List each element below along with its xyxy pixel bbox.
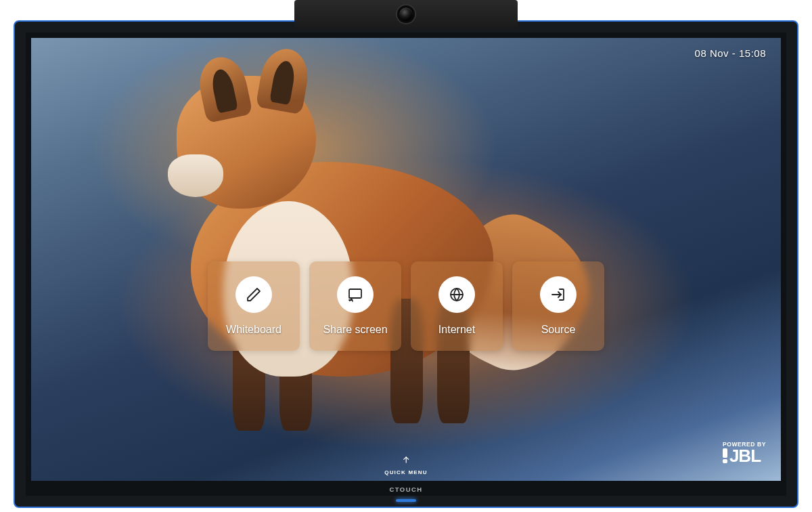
internet-tile[interactable]: Internet	[411, 261, 503, 351]
power-led-icon	[396, 499, 416, 502]
tile-label: Share screen	[323, 324, 387, 336]
home-screen: 08 Nov - 15:08 Whiteboard	[31, 38, 781, 481]
jbl-logo-icon: JBL	[723, 447, 766, 465]
whiteboard-tile[interactable]: Whiteboard	[208, 261, 300, 351]
pencil-icon	[235, 276, 272, 313]
tile-label: Whiteboard	[226, 324, 281, 336]
share-screen-tile[interactable]: Share screen	[309, 261, 401, 351]
source-tile[interactable]: Source	[512, 261, 604, 351]
display-frame: 08 Nov - 15:08 Whiteboard	[14, 20, 798, 508]
bezel-brand-label: CTOUCH	[390, 486, 423, 493]
jbl-badge: POWERED BY JBL	[723, 442, 766, 465]
camera-lens-icon	[397, 5, 415, 23]
cast-icon	[337, 276, 374, 313]
camera-bar	[294, 0, 518, 28]
svg-point-1	[349, 300, 351, 301]
launcher-row: Whiteboard Share screen	[208, 261, 604, 351]
quick-menu-label: QUICK MENU	[384, 469, 428, 475]
wallpaper-fox-image	[121, 64, 586, 454]
tile-label: Internet	[438, 324, 475, 336]
datetime-label: 08 Nov - 15:08	[695, 47, 766, 59]
input-icon	[540, 276, 577, 313]
svg-rect-0	[349, 289, 361, 298]
tile-label: Source	[541, 324, 576, 336]
globe-icon	[438, 276, 475, 313]
arrow-up-icon	[401, 455, 411, 467]
quick-menu-button[interactable]: QUICK MENU	[384, 455, 428, 475]
